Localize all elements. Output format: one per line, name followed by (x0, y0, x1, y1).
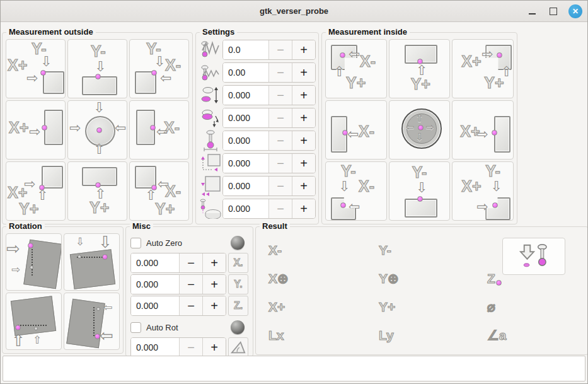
z-clearance-spinbox: 0.000−+ (222, 199, 316, 219)
search-vel-coarse-increment-button[interactable]: + (292, 40, 315, 59)
arrow-down-icon: ⇩ (98, 234, 112, 250)
rotation-angle-decrement-button[interactable]: − (179, 338, 202, 357)
result-x-plus: X+ (268, 300, 379, 314)
zero-y-button[interactable]: Y. (228, 274, 248, 294)
offset-y-decrement-button[interactable]: − (179, 275, 202, 294)
auto-rot-checkbox[interactable] (130, 322, 141, 333)
result-y-minus: Y- (379, 243, 487, 257)
probe-outside-xp-yp[interactable]: X+Y+⇨⇧ (6, 161, 66, 221)
probe-diameter-entry[interactable]: 0.000 (223, 131, 268, 150)
rotate-right-edge[interactable]: ⇦⇦ (64, 293, 120, 350)
probe-latch-distance-decrement-button[interactable]: − (268, 86, 292, 105)
probe-outside-xp-ym[interactable]: Y-X+⇩⇨ (6, 39, 66, 98)
axis-label: Y- (485, 163, 500, 179)
probe-outside-xm[interactable]: X-⇦ (129, 100, 189, 160)
probe-inside-xm-ym[interactable]: Y-X-⇩⇦ (325, 161, 387, 221)
maximize-button[interactable] (547, 5, 560, 18)
offset-z-decrement-button[interactable]: − (179, 296, 202, 315)
probe-inside-xm-yp[interactable]: ⇦⇧X-Y+ (325, 39, 387, 98)
close-button[interactable]: ✕ (568, 4, 582, 18)
probe-latch-distance-entry[interactable]: 0.000 (223, 86, 268, 105)
edge-length-entry[interactable]: 0.000 (223, 177, 268, 195)
probe-outside-xp[interactable]: X+⇨ (6, 100, 66, 160)
auto-zero-checkbox[interactable] (130, 238, 141, 248)
section-title: Measurement inside (326, 27, 410, 37)
probe-point-icon (492, 202, 498, 208)
probe-point-icon (96, 127, 102, 133)
rotation-angle-increment-button[interactable]: + (202, 338, 226, 357)
rotate-left-edge[interactable]: ⇨⇨ (6, 233, 62, 291)
result-diameter: ⌀ (487, 300, 507, 314)
offset-z-increment-button[interactable]: + (202, 296, 226, 315)
search-vel-coarse-decrement-button[interactable]: − (268, 40, 292, 59)
edge-length-decrement-button[interactable]: − (268, 177, 292, 195)
status-console[interactable] (3, 356, 585, 381)
z-clearance-entry[interactable]: 0.000 (223, 199, 268, 218)
search-vel-fine-increment-button[interactable]: + (292, 63, 315, 82)
probe-outside-yp[interactable]: ⇧Y+ (67, 161, 127, 221)
xy-clearance-entry[interactable]: 0.000 (223, 154, 268, 173)
corner-shape (485, 197, 510, 220)
xy-clearance-icon (199, 153, 222, 174)
rotation-angle-entry[interactable]: 0.000 (131, 338, 179, 357)
offset-x-increment-button[interactable]: + (202, 253, 226, 272)
z-clearance-increment-button[interactable]: + (292, 199, 315, 218)
zero-x-button[interactable]: X. (228, 253, 248, 273)
arrow-left-icon: ⇦ (156, 125, 168, 139)
xy-clearance-decrement-button[interactable]: − (268, 154, 292, 173)
probe-inside-ym[interactable]: Y-⇩ (389, 161, 451, 221)
probe-inside-center[interactable]: ⇧⇩⇨⇦ (389, 100, 451, 160)
offset-y-entry[interactable]: 0.000 (131, 275, 179, 294)
probe-inside-yp[interactable]: ⇧Y+ (389, 39, 451, 98)
offset-x-entry[interactable]: 0.000 (131, 253, 179, 272)
probe-latch-distance-increment-button[interactable]: + (292, 86, 315, 105)
rotated-workpiece (70, 249, 115, 289)
result-x-center: X⊕ (268, 272, 379, 286)
probe-point-icon (496, 280, 502, 286)
rotate-bottom-edge[interactable]: ⇧⇧ (6, 293, 62, 350)
rotation-section: Rotation ⇨⇨⇩⇩⇧⇧⇦⇦ (2, 226, 124, 354)
axis-label: X+ (9, 120, 28, 136)
search-vel-fine-spinbox: 0.00−+ (222, 62, 316, 83)
probe-diameter-increment-button[interactable]: + (292, 131, 315, 150)
rotate-top-edge[interactable]: ⇩⇩ (64, 233, 120, 291)
probe-outside-center[interactable]: ⇩⇧⇨⇦ (67, 100, 127, 160)
probe-inside-xp-yp[interactable]: ⇨⇧X+Y+ (452, 39, 514, 98)
z-clearance-decrement-button[interactable]: − (268, 199, 292, 218)
minimize-button[interactable] (526, 5, 538, 18)
search-vel-coarse-entry[interactable]: 0.0 (223, 40, 268, 59)
probe-outside-xm-ym[interactable]: Y-X-⇩⇦ (129, 39, 189, 98)
edge-length-increment-button[interactable]: + (292, 177, 315, 195)
probe-search-distance-entry[interactable]: 0.000 (223, 108, 268, 127)
arrow-left-icon: ⇦ (115, 121, 126, 135)
offset-x-decrement-button[interactable]: − (179, 253, 202, 272)
workpiece-shape (43, 71, 64, 94)
zero-z-button[interactable]: Z. (228, 296, 248, 316)
probe-search-distance-decrement-button[interactable]: − (268, 108, 292, 127)
axis-label: X- (359, 124, 374, 139)
probe-inside-xp-ym[interactable]: Y-X+⇩⇨ (452, 161, 514, 221)
arrow-down-icon: ⇩ (95, 60, 106, 74)
offset-y-increment-button[interactable]: + (202, 275, 226, 294)
arrow-down-icon: ⇩ (338, 180, 350, 194)
probe-outside-ym[interactable]: Y-⇩ (67, 39, 127, 98)
result-y-plus: Y+ (379, 300, 487, 314)
offset-z-entry[interactable]: 0.000 (131, 296, 179, 315)
probe-outside-xm-yp[interactable]: ⇦⇧X-Y+ (129, 161, 189, 221)
arrow-left-icon: ⇦ (347, 127, 359, 141)
search-vel-fine-entry[interactable]: 0.00 (223, 63, 268, 82)
rotate-system-button[interactable] (228, 337, 248, 358)
xy-clearance-increment-button[interactable]: + (292, 154, 315, 173)
section-title: Misc (130, 221, 153, 231)
measurement-inside-section: Measurement inside ⇦⇧X-Y+⇧Y+⇨⇧X+Y+⇦X-⇧⇩⇨… (321, 32, 517, 224)
search-vel-fine-decrement-button[interactable]: − (268, 63, 292, 82)
touch-point-icon (96, 307, 100, 311)
probe-inside-xm[interactable]: ⇦X- (325, 100, 387, 160)
probe-z-down-button[interactable] (502, 238, 565, 275)
probe-search-distance-increment-button[interactable]: + (292, 108, 315, 127)
probe-inside-xp[interactable]: ⇨X+ (452, 100, 514, 160)
result-length-x: Lx (268, 329, 379, 342)
probe-point-icon (417, 196, 423, 202)
probe-diameter-decrement-button[interactable]: − (268, 131, 292, 150)
section-title: Measurement outside (6, 27, 96, 37)
